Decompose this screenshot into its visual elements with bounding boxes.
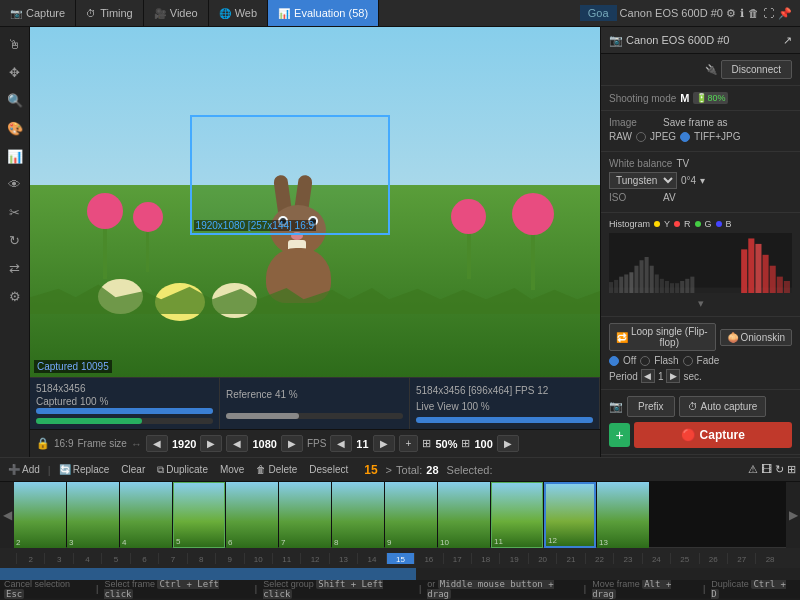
frame-4[interactable]: 4 bbox=[120, 482, 172, 548]
jpeg-radio[interactable] bbox=[636, 132, 646, 142]
trash-icon[interactable]: 🗑 bbox=[748, 7, 759, 19]
sidebar-move-icon[interactable]: ✥ bbox=[3, 60, 27, 84]
frame-11[interactable]: 11 bbox=[491, 482, 543, 548]
captured-bar bbox=[36, 408, 213, 414]
tiff-radio[interactable] bbox=[680, 132, 690, 142]
film-view-icon[interactable]: 🎞 bbox=[761, 463, 772, 476]
iso-label: ISO bbox=[609, 192, 659, 203]
frame-12[interactable]: 12 bbox=[544, 482, 596, 548]
fade-radio[interactable] bbox=[683, 356, 693, 366]
quality-btn[interactable]: ▶ bbox=[497, 435, 519, 452]
frame-6[interactable]: 6 bbox=[226, 482, 278, 548]
fps-val: 11 bbox=[356, 438, 368, 450]
total-val: 28 bbox=[426, 464, 438, 476]
playback-mode-row: Off Flash Fade bbox=[609, 355, 792, 366]
width-right-btn[interactable]: ▶ bbox=[200, 435, 222, 452]
sep5: | bbox=[703, 584, 705, 594]
disconnect-btn[interactable]: Disconnect bbox=[721, 60, 792, 79]
expand-icon[interactable]: ⛶ bbox=[763, 7, 774, 19]
tab-capture[interactable]: 📷 Capture bbox=[0, 0, 76, 26]
off-radio[interactable] bbox=[609, 356, 619, 366]
duplicate-btn[interactable]: ⧉ Duplicate bbox=[153, 463, 212, 477]
tab-timing[interactable]: ⏱ Timing bbox=[76, 0, 144, 26]
settings-icon[interactable]: ⚙ bbox=[726, 7, 736, 20]
frame-9[interactable]: 9 bbox=[385, 482, 437, 548]
tiff-label: TIFF+JPG bbox=[694, 131, 740, 142]
frame-8[interactable]: 8 bbox=[332, 482, 384, 548]
sidebar-rotate-icon[interactable]: ↻ bbox=[3, 228, 27, 252]
fps-right-btn[interactable]: ▶ bbox=[373, 435, 395, 452]
deselect-btn[interactable]: Deselect bbox=[305, 463, 352, 476]
histogram-collapse[interactable]: ▾ bbox=[609, 297, 792, 310]
period-left-btn[interactable]: ◀ bbox=[641, 369, 655, 383]
sidebar-zoom-icon[interactable]: 🔍 bbox=[3, 88, 27, 112]
add-capture-btn[interactable]: + bbox=[609, 423, 630, 447]
tab-evaluation[interactable]: 📊 Evaluation (58) bbox=[268, 0, 379, 26]
sidebar-crop-icon[interactable]: ✂ bbox=[3, 200, 27, 224]
grid-icon[interactable]: ⊞ bbox=[461, 437, 470, 450]
loop-btn[interactable]: 🔁 Loop single (Flip-flop) bbox=[609, 323, 716, 351]
sidebar-onion-icon[interactable]: 👁 bbox=[3, 172, 27, 196]
sep3: | bbox=[419, 584, 421, 594]
frame-2[interactable]: 2 bbox=[14, 482, 66, 548]
frame-13[interactable]: 13 bbox=[597, 482, 649, 548]
add-btn[interactable]: + bbox=[399, 435, 419, 452]
frame-3[interactable]: 3 bbox=[67, 482, 119, 548]
prefix-btn[interactable]: Prefix bbox=[627, 396, 675, 417]
height-left-btn[interactable]: ◀ bbox=[226, 435, 248, 452]
fps-left-btn[interactable]: ◀ bbox=[330, 435, 352, 452]
tungsten-select[interactable]: Tungsten bbox=[609, 172, 677, 189]
svg-rect-20 bbox=[755, 244, 761, 293]
width-left-btn[interactable]: ◀ bbox=[146, 435, 168, 452]
layout-icon[interactable]: ⊞ bbox=[422, 437, 431, 450]
frame-7[interactable]: 7 bbox=[279, 482, 331, 548]
disconnect-section: 🔌 Disconnect bbox=[601, 54, 800, 86]
tab-web[interactable]: 🌐 Web bbox=[209, 0, 268, 26]
svg-rect-1 bbox=[609, 282, 613, 293]
svg-rect-22 bbox=[770, 266, 776, 293]
sidebar-mouse-icon[interactable]: 🖱 bbox=[3, 32, 27, 56]
svg-rect-6 bbox=[634, 266, 638, 293]
move-btn[interactable]: Move bbox=[216, 463, 248, 476]
delete-icon: 🗑 bbox=[256, 464, 266, 475]
height-right-btn[interactable]: ▶ bbox=[281, 435, 303, 452]
film-prev-btn[interactable]: ◀ bbox=[0, 482, 14, 548]
captured-label: Captured 100 % bbox=[36, 396, 213, 407]
sidebar-settings-icon[interactable]: ⚙ bbox=[3, 284, 27, 308]
video-canvas[interactable]: 1920x1080 [257x144] 16:9 Captured 10095 bbox=[30, 27, 600, 377]
svg-rect-11 bbox=[660, 279, 664, 293]
pin-icon[interactable]: 📌 bbox=[778, 7, 792, 20]
right-expand-icon[interactable]: ↗ bbox=[783, 34, 792, 47]
svg-rect-23 bbox=[777, 277, 783, 293]
delete-btn[interactable]: 🗑 Delete bbox=[252, 463, 301, 476]
capture-btn[interactable]: 🔴 Capture bbox=[634, 422, 792, 448]
sidebar-color-icon[interactable]: 🎨 bbox=[3, 116, 27, 140]
add-btn[interactable]: ➕ Add bbox=[4, 463, 44, 476]
period-right-btn[interactable]: ▶ bbox=[666, 369, 680, 383]
lock-icon: 🔒 bbox=[36, 437, 50, 450]
clear-btn[interactable]: Clear bbox=[117, 463, 149, 476]
flash-radio[interactable] bbox=[640, 356, 650, 366]
tab-video[interactable]: 🎥 Video bbox=[144, 0, 209, 26]
svg-rect-7 bbox=[640, 260, 644, 293]
period-row: Period ◀ 1 ▶ sec. bbox=[609, 369, 792, 383]
film-next-btn[interactable]: ▶ bbox=[786, 482, 800, 548]
wb-chevron[interactable] bbox=[700, 175, 705, 186]
sidebar-levels-icon[interactable]: 📊 bbox=[3, 144, 27, 168]
replace-btn[interactable]: 🔄 Replace bbox=[55, 463, 114, 476]
format-row: RAW JPEG TIFF+JPG bbox=[609, 131, 792, 142]
sep4: | bbox=[584, 584, 586, 594]
grid-view-icon[interactable]: ⊞ bbox=[787, 463, 796, 476]
info-icon[interactable]: ℹ bbox=[740, 7, 744, 20]
controls-bar: 🔒 16:9 Frame size ↔ ◀ 1920 ▶ ◀ 1080 ▶ FP… bbox=[30, 429, 600, 457]
sidebar-flip-icon[interactable]: ⇄ bbox=[3, 256, 27, 280]
filmstrip-area: ➕ Add | 🔄 Replace Clear ⧉ Duplicate Move… bbox=[0, 457, 800, 547]
wb-row: White balance TV bbox=[609, 158, 792, 169]
frame-10[interactable]: 10 bbox=[438, 482, 490, 548]
timeline-ruler[interactable]: 2 3 4 5 6 7 8 9 10 11 12 13 14 15 16 17 … bbox=[0, 548, 800, 568]
autocapture-btn[interactable]: ⏱ Auto capture bbox=[679, 396, 767, 417]
onionskin-btn[interactable]: 🧅 Onionskin bbox=[720, 329, 792, 346]
refresh-icon[interactable]: ↻ bbox=[775, 463, 784, 476]
frame-5[interactable]: 5 bbox=[173, 482, 225, 548]
timeline-track[interactable] bbox=[0, 568, 800, 580]
